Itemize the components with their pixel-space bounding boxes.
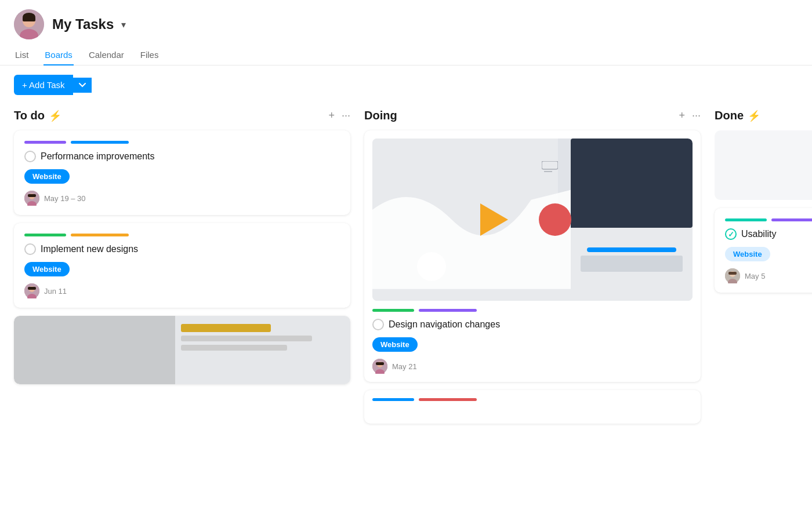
- tag-green-doing: [372, 309, 414, 312]
- column-header-doing: Doing + ···: [364, 109, 701, 122]
- card-footer-done: May 5: [725, 268, 812, 283]
- column-menu-doing-button[interactable]: ···: [692, 110, 701, 122]
- tab-files[interactable]: Files: [139, 45, 160, 65]
- preview-bar-yellow: [181, 324, 271, 332]
- tag-purple-done: [771, 218, 812, 221]
- check-circle-icon: [24, 151, 36, 162]
- card-title-text-usability: Usability: [741, 229, 776, 239]
- tag-green: [24, 234, 66, 236]
- card-design-nav[interactable]: Design navigation changes Website May 21: [364, 130, 701, 382]
- avatar: [14, 9, 44, 39]
- done-title-text: Done: [715, 109, 744, 122]
- media-preview-container: [372, 139, 693, 301]
- play-icon: [480, 203, 508, 236]
- tag-orange: [71, 234, 129, 236]
- card-media-preview: [372, 139, 693, 301]
- toolbar: + Add Task: [0, 65, 812, 104]
- check-circle-icon-2: [24, 243, 36, 255]
- card-title-implement: Implement new designs: [24, 243, 340, 255]
- tag-blue-doing2: [372, 398, 414, 401]
- check-done-icon: ✓: [725, 228, 737, 240]
- preview-right: [175, 316, 350, 384]
- card-usability[interactable]: ✓ Usability Website May 5: [715, 208, 812, 293]
- card-title-text-doing: Design navigation changes: [389, 319, 500, 330]
- column-title-todo: To do ⚡: [14, 109, 61, 122]
- lightning-icon-done: ⚡: [748, 110, 760, 122]
- badge-website-2: Website: [24, 262, 70, 276]
- card-tags-done: [725, 218, 812, 221]
- tab-boards[interactable]: Boards: [44, 45, 74, 65]
- tag-blue: [71, 141, 129, 144]
- card-title-text: Performance improvements: [41, 151, 155, 162]
- add-card-todo-button[interactable]: +: [328, 110, 335, 122]
- chevron-down-icon[interactable]: ▾: [118, 19, 129, 30]
- column-header-done: Done ⚡: [715, 109, 812, 122]
- column-doing: Doing + ···: [364, 109, 701, 532]
- tab-calendar[interactable]: Calendar: [88, 45, 125, 65]
- svg-rect-12: [28, 287, 36, 290]
- card-partial-todo[interactable]: [14, 316, 350, 384]
- page-title: My Tasks: [52, 16, 114, 32]
- card-tags-doing: [372, 309, 693, 312]
- record-icon: [539, 203, 571, 236]
- title-group: My Tasks ▾: [52, 16, 129, 32]
- add-task-dropdown-button[interactable]: [73, 78, 92, 93]
- tag-purple: [24, 141, 66, 144]
- done-placeholder-card: [715, 130, 812, 200]
- column-menu-todo-button[interactable]: ···: [342, 110, 350, 122]
- preview-bar-gray2: [181, 345, 287, 351]
- card-date-doing: May 21: [392, 362, 417, 371]
- add-task-main-button[interactable]: + Add Task: [14, 75, 73, 95]
- assignee-avatar-done: [725, 268, 740, 283]
- column-actions-doing: + ···: [679, 110, 701, 122]
- card-tags: [24, 141, 340, 144]
- check-circle-icon-doing: [372, 319, 384, 330]
- badge-website-doing: Website: [372, 337, 418, 352]
- svg-rect-13: [542, 161, 558, 169]
- header-top: My Tasks ▾: [14, 9, 798, 39]
- column-title-doing: Doing: [364, 109, 397, 122]
- card-date: May 19 – 30: [44, 194, 86, 203]
- column-actions-todo: + ···: [328, 110, 350, 122]
- card-title-usability: ✓ Usability: [725, 228, 812, 240]
- edit-icon: [542, 161, 558, 174]
- assignee-avatar-2: [24, 283, 39, 298]
- edit-icon-area: [542, 161, 558, 176]
- preview-bar-gray: [181, 336, 311, 341]
- lightning-icon: ⚡: [49, 110, 61, 122]
- tabs: List Boards Calendar Files: [14, 45, 798, 65]
- doing-title-text: Doing: [364, 109, 397, 122]
- tab-list[interactable]: List: [14, 45, 30, 65]
- card-doing-partial[interactable]: [364, 390, 701, 424]
- card-performance[interactable]: Performance improvements Website May 19 …: [14, 130, 350, 215]
- card-tags-doing2: [372, 398, 693, 401]
- column-title-done: Done ⚡: [715, 109, 760, 122]
- column-todo: To do ⚡ + ··· Performance improvements W…: [14, 109, 350, 532]
- column-header-todo: To do ⚡ + ···: [14, 109, 350, 122]
- column-done: Done ⚡ ✓ Usability Website May 5: [715, 109, 812, 532]
- card-footer-doing: May 21: [372, 359, 693, 374]
- card-preview-image: [14, 316, 350, 384]
- add-task-button-group: + Add Task: [14, 75, 798, 95]
- svg-rect-22: [728, 272, 737, 275]
- assignee-avatar-doing: [372, 359, 387, 374]
- svg-rect-8: [28, 194, 36, 197]
- card-date-2: Jun 11: [44, 287, 67, 296]
- card-title-performance: Performance improvements: [24, 151, 340, 162]
- todo-title-text: To do: [14, 109, 45, 122]
- card-implement[interactable]: Implement new designs Website Jun 11: [14, 223, 350, 308]
- gray-rectangle: [581, 256, 683, 272]
- card-footer-2: Jun 11: [24, 283, 340, 298]
- preview-left: [14, 316, 175, 384]
- card-footer: May 19 – 30: [24, 191, 340, 206]
- svg-rect-4: [23, 17, 35, 21]
- chevron-down-icon: [79, 83, 86, 88]
- card-title-text-2: Implement new designs: [41, 244, 138, 254]
- card-title-design: Design navigation changes: [372, 319, 693, 330]
- add-card-doing-button[interactable]: +: [679, 110, 685, 122]
- board: To do ⚡ + ··· Performance improvements W…: [0, 104, 812, 532]
- tag-purple-doing: [419, 309, 477, 312]
- assignee-avatar: [24, 191, 39, 206]
- brush-stroke: [571, 139, 693, 228]
- badge-website: Website: [24, 169, 70, 184]
